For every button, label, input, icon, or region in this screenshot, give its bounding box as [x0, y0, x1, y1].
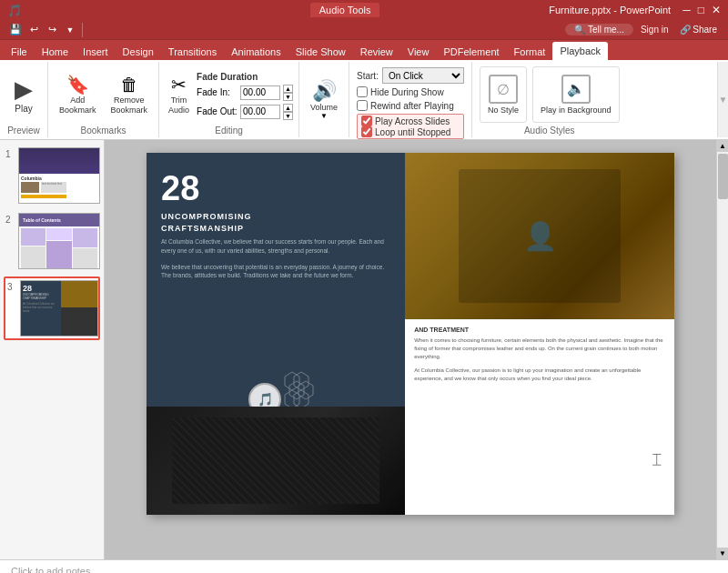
ribbon-group-editing: ✂ TrimAudio Fade Duration Fade In: ▲ ▼ F…	[159, 62, 299, 137]
hide-during-show-row: Hide During Show	[357, 86, 464, 97]
share-btn[interactable]: 🔗 Share	[676, 25, 721, 35]
tab-file[interactable]: File	[4, 44, 35, 60]
rewind-checkbox[interactable]	[357, 100, 368, 111]
title-bar-title: Furniture.pptx - PowerPoint	[549, 5, 671, 15]
slide-img-1: Columbia text text text text	[18, 147, 100, 204]
hide-during-show-label: Hide During Show	[370, 87, 444, 97]
bottom-text-1: When it comes to choosing furniture, cer…	[414, 337, 665, 361]
preview-group-label: Preview	[7, 126, 40, 136]
slide-right-top-img: 👤	[405, 153, 674, 319]
window-controls[interactable]: ─ □ ✕	[682, 4, 721, 16]
loop-checkbox[interactable]	[361, 126, 372, 137]
bookmark-remove-icon: 🗑	[120, 75, 138, 96]
cursor-symbol: ⌶	[652, 451, 662, 467]
tab-transitions[interactable]: Transitions	[161, 44, 224, 60]
ribbon-volume: 🔊 Volume ▼	[299, 62, 349, 137]
slide-thumb-1[interactable]: 1 Columbia text text text text	[4, 146, 100, 206]
scroll-down-btn[interactable]: ▼	[717, 548, 729, 559]
scroll-up-btn[interactable]: ▲	[717, 140, 729, 152]
ribbon-group-preview: ▶ Play Preview	[0, 62, 48, 137]
fade-in-spinner[interactable]: ▲ ▼	[283, 85, 293, 101]
bottom-title: AND TREATMENT	[414, 327, 665, 333]
minimize-btn[interactable]: ─	[682, 4, 691, 16]
no-style-btn[interactable]: ∅ No Style	[480, 66, 527, 123]
tell-me-btn[interactable]: 🔍 Tell me...	[565, 24, 633, 35]
main-area: 1 Columbia text text text text 2 Table o…	[0, 140, 728, 559]
customize-btn[interactable]: ▼	[62, 22, 78, 38]
volume-label: Volume	[310, 103, 338, 112]
no-style-icon: ∅	[489, 75, 518, 104]
right-scrollbar[interactable]: ▲ ▼	[716, 140, 728, 559]
ribbon-group-bookmarks: 🔖 AddBookmark 🗑 RemoveBookmark Bookmarks	[48, 62, 159, 137]
fade-duration-label: Fade Duration	[197, 72, 293, 82]
slide-num-2: 2	[5, 213, 15, 225]
fade-out-label: Fade Out:	[197, 106, 238, 116]
volume-btn[interactable]: 🔊 Volume ▼	[305, 76, 343, 123]
tab-insert[interactable]: Insert	[76, 44, 116, 60]
tab-slideshow[interactable]: Slide Show	[288, 44, 353, 60]
fade-out-spinner[interactable]: ▲ ▼	[283, 104, 293, 120]
rewind-label: Rewind after Playing	[370, 101, 454, 111]
redo-btn[interactable]: ↪	[44, 22, 60, 38]
play-button[interactable]: ▶ Play	[7, 72, 40, 117]
play-label: Play	[15, 104, 32, 114]
add-bookmark-label: AddBookmark	[59, 96, 96, 116]
slide-thumb-3[interactable]: 3 28 UNCOMPROMISING CRAFTSMANSHIP At Col…	[4, 276, 100, 340]
play-in-bg-btn[interactable]: 🔈 Play in Background	[532, 66, 620, 123]
play-bg-icon: 🔈	[561, 75, 591, 104]
slide-thumb-2[interactable]: 2 Table of Contents	[4, 211, 100, 271]
start-label: Start:	[357, 71, 379, 81]
tab-animations[interactable]: Animations	[224, 44, 288, 60]
tab-design[interactable]: Design	[116, 44, 161, 60]
slide-number: 28	[161, 171, 390, 206]
slide-canvas[interactable]: 28 UNCOMPROMISINGCRAFTSMANSHIP At Columb…	[147, 153, 674, 515]
slide-panel: 1 Columbia text text text text 2 Table o…	[0, 140, 105, 559]
ribbon-group-audio-options: Start: On Click Automatically In Click S…	[349, 62, 472, 137]
app-icon: 🎵	[7, 4, 22, 17]
save-btn[interactable]: 💾	[7, 22, 24, 38]
undo-btn[interactable]: ↩	[25, 22, 42, 38]
tab-review[interactable]: Review	[353, 44, 400, 60]
title-bar-audio-tools: Audio Tools	[310, 3, 380, 17]
tab-playback[interactable]: Playback	[552, 42, 608, 60]
slide-body-1: At Columbia Collective, we believe that …	[161, 237, 390, 256]
trim-audio-btn[interactable]: ✂ TrimAudio	[165, 71, 193, 118]
scroll-thumb[interactable]	[718, 154, 728, 199]
notes-bar[interactable]: Click to add notes	[0, 559, 728, 573]
ribbon-scroll[interactable]: ▼	[717, 62, 728, 137]
play-bg-label: Play in Background	[541, 106, 612, 116]
scroll-track	[717, 152, 728, 548]
volume-chevron: ▼	[320, 112, 328, 120]
remove-bookmark-btn[interactable]: 🗑 RemoveBookmark	[106, 72, 154, 118]
play-icon: ▶	[15, 75, 33, 104]
no-style-label: No Style	[488, 106, 519, 115]
slide-num-3: 3	[7, 280, 16, 292]
tab-format[interactable]: Format	[507, 44, 553, 60]
slide-bottom-right: AND TREATMENT When it comes to choosing …	[405, 319, 674, 515]
bookmarks-group-label: Bookmarks	[54, 126, 153, 136]
slide-num-1: 1	[5, 147, 15, 159]
signin-btn[interactable]: Sign in	[635, 25, 674, 35]
ribbon-tabs: File Home Insert Design Transitions Anim…	[0, 40, 728, 60]
bookmark-add-icon: 🔖	[66, 74, 89, 96]
remove-bookmark-label: RemoveBookmark	[111, 96, 148, 116]
slide-title: UNCOMPROMISINGCRAFTSMANSHIP	[161, 211, 390, 234]
quick-access-toolbar: 💾 ↩ ↪ ▼ 🔍 Tell me... Sign in 🔗 Share	[0, 20, 728, 40]
play-across-checkbox[interactable]	[361, 116, 372, 126]
start-select[interactable]: On Click Automatically In Click Sequence	[382, 67, 464, 84]
slide-img-3: 28 UNCOMPROMISING CRAFTSMANSHIP At Colum…	[20, 280, 98, 337]
fade-in-input[interactable]	[240, 85, 280, 100]
add-bookmark-btn[interactable]: 🔖 AddBookmark	[54, 71, 102, 118]
ribbon-group-audio-styles: ∅ No Style 🔈 Play in Background Audio St…	[472, 62, 627, 137]
fade-in-label: Fade In:	[197, 87, 238, 97]
bottom-text-2: At Columbia Collective, our passion is t…	[414, 367, 665, 383]
tab-view[interactable]: View	[400, 44, 437, 60]
editing-group-label: Editing	[165, 126, 293, 136]
close-btn[interactable]: ✕	[712, 4, 721, 16]
fade-out-input[interactable]	[240, 105, 280, 119]
maximize-btn[interactable]: □	[698, 4, 704, 16]
tab-home[interactable]: Home	[35, 44, 76, 60]
hide-during-show-checkbox[interactable]	[357, 86, 368, 97]
tab-pdfelement[interactable]: PDFelement	[436, 44, 506, 60]
play-across-label: Play Across Slides	[375, 116, 450, 126]
